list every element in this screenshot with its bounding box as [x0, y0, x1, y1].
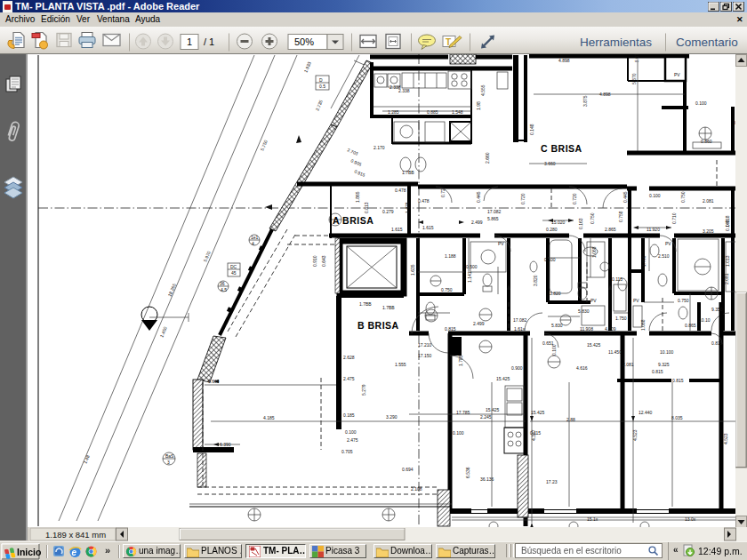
svg-text:1.7BB: 1.7BB: [402, 170, 414, 175]
svg-text:PV: PV: [633, 298, 639, 303]
svg-text:2.499: 2.499: [473, 321, 485, 326]
svg-text:Herramientas: Herramientas: [580, 36, 652, 49]
svg-text:2.081: 2.081: [703, 198, 714, 204]
svg-text:1.615: 1.615: [422, 225, 434, 230]
svg-text:2.475: 2.475: [347, 437, 358, 443]
svg-text:5.830: 5.830: [578, 308, 590, 314]
svg-text:6.536: 6.536: [465, 467, 470, 478]
svg-text:17.785: 17.785: [456, 410, 470, 415]
svg-text:15.425: 15.425: [531, 410, 545, 415]
svg-text:0.860: 0.860: [701, 139, 712, 144]
svg-text:4: 4: [252, 241, 254, 246]
svg-text:12.440: 12.440: [639, 410, 653, 415]
svg-text:50%: 50%: [294, 36, 314, 47]
svg-text:0.720: 0.720: [440, 186, 446, 197]
svg-text:0.100: 0.100: [649, 193, 661, 198]
svg-text:4.898: 4.898: [558, 58, 570, 63]
svg-text:0.148: 0.148: [725, 220, 730, 231]
svg-text:1.188: 1.188: [445, 253, 456, 259]
svg-text:5.830: 5.830: [551, 323, 563, 328]
svg-text:0.865: 0.865: [685, 323, 696, 328]
svg-text:1.068: 1.068: [591, 246, 597, 258]
svg-text:0.815: 0.815: [672, 378, 684, 383]
svg-text:36.136: 36.136: [480, 476, 494, 482]
svg-text:PV: PV: [498, 241, 504, 246]
svg-text:0.750: 0.750: [678, 298, 689, 303]
svg-text:2.865: 2.865: [605, 227, 616, 232]
svg-text:4.185: 4.185: [263, 415, 275, 420]
svg-text:0.5: 0.5: [319, 84, 325, 89]
svg-text:4.5: 4.5: [221, 287, 227, 292]
svg-text:0.750: 0.750: [680, 191, 686, 203]
svg-text:1.750: 1.750: [641, 255, 647, 267]
svg-text:45: 45: [231, 270, 237, 276]
svg-text:3.875: 3.875: [582, 95, 588, 107]
svg-text:0.500: 0.500: [466, 264, 478, 269]
svg-text:1.013: 1.013: [725, 255, 730, 267]
svg-text:2.88: 2.88: [566, 417, 575, 422]
svg-text:1.7BB: 1.7BB: [382, 305, 395, 310]
svg-text:3.820: 3.820: [533, 275, 538, 286]
svg-text:0.750: 0.750: [590, 212, 595, 224]
svg-text:9.350: 9.350: [711, 307, 723, 312]
svg-text:PV: PV: [665, 241, 671, 246]
svg-text:0.694: 0.694: [402, 467, 414, 472]
svg-text:2.475: 2.475: [343, 376, 355, 381]
svg-text:17.082: 17.082: [487, 209, 502, 214]
svg-text:9.325: 9.325: [658, 362, 670, 367]
svg-text:0.815: 0.815: [445, 326, 456, 332]
svg-text:10.10: 10.10: [699, 317, 711, 323]
svg-text:0.815: 0.815: [652, 369, 663, 374]
svg-text:11.908: 11.908: [580, 326, 593, 332]
svg-text:0.100: 0.100: [453, 430, 464, 436]
svg-text:15.425: 15.425: [587, 342, 601, 348]
svg-text:5.670: 5.670: [631, 73, 637, 84]
svg-text:17.150: 17.150: [418, 353, 432, 358]
svg-text:2.510: 2.510: [658, 253, 670, 259]
svg-text:4.616: 4.616: [576, 365, 588, 371]
svg-text:1.785: 1.785: [458, 355, 463, 366]
svg-text:0.885: 0.885: [427, 109, 438, 115]
svg-text:0.100: 0.100: [345, 429, 357, 435]
svg-text:2.170: 2.170: [374, 145, 385, 150]
svg-text:/ 1: / 1: [204, 36, 214, 47]
svg-text:DC: DC: [230, 264, 237, 269]
svg-text:0.813: 0.813: [364, 202, 369, 213]
svg-text:0.163: 0.163: [578, 218, 583, 229]
svg-text:0.100: 0.100: [695, 100, 707, 106]
svg-text:1: 1: [187, 36, 192, 47]
svg-text:8.035: 8.035: [671, 415, 683, 420]
svg-text:36: 36: [220, 281, 225, 286]
svg-text:B BRISA: B BRISA: [357, 320, 399, 331]
svg-text:5.670: 5.670: [634, 54, 639, 62]
svg-text:0.185: 0.185: [343, 412, 355, 418]
svg-text:»: »: [105, 545, 110, 556]
svg-text:13.0x: 13.0x: [685, 516, 696, 522]
svg-text:2.660: 2.660: [485, 152, 490, 164]
svg-text:2.081: 2.081: [622, 362, 634, 367]
svg-text:4.523: 4.523: [632, 429, 638, 441]
svg-text:A BRISA: A BRISA: [333, 215, 374, 226]
svg-text:Comentario: Comentario: [676, 36, 738, 49]
svg-text:0.279: 0.279: [382, 209, 394, 214]
svg-text:1.98: 1.98: [476, 101, 481, 110]
svg-text:D: D: [319, 77, 323, 83]
svg-text:0.280: 0.280: [546, 227, 558, 232]
svg-text:1e1: 1e1: [251, 235, 259, 240]
svg-text:2.628: 2.628: [343, 355, 355, 360]
svg-text:2.245: 2.245: [480, 414, 492, 420]
svg-text:15.425: 15.425: [486, 407, 500, 412]
svg-text:3.205: 3.205: [703, 228, 714, 234]
svg-text:BaS: BaS: [165, 453, 174, 459]
svg-text:0.758: 0.758: [618, 211, 623, 222]
svg-text:0.710: 0.710: [671, 212, 677, 224]
svg-text:1.068: 1.068: [640, 319, 646, 331]
svg-text:17.210: 17.210: [418, 342, 432, 348]
svg-text:0.445: 0.445: [476, 191, 481, 203]
svg-text:4.555: 4.555: [480, 84, 486, 96]
svg-text:0.100: 0.100: [551, 344, 557, 356]
svg-text:0.720: 0.720: [572, 193, 577, 204]
svg-text:e: e: [72, 548, 77, 557]
svg-text:1.189 x 841 mm: 1.189 x 841 mm: [45, 530, 106, 540]
svg-text:0.705: 0.705: [341, 449, 353, 454]
